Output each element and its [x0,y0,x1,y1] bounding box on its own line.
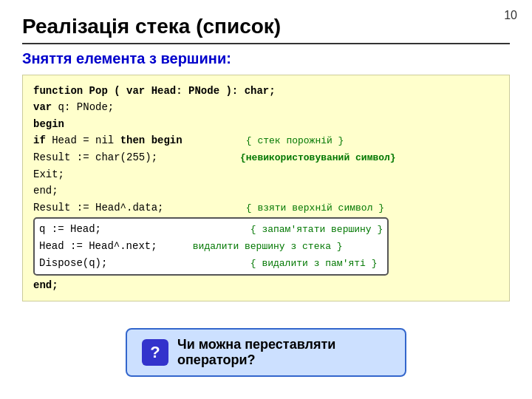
code-line-1: function Pop ( var Head: PNode ): char; [33,83,499,99]
code-line-8: Result := Head^.data; { взяти верхній си… [33,200,499,216]
code-line-3: begin [33,116,499,132]
subtitle: Зняття елемента з вершини: [22,50,510,67]
question-icon: ? [142,339,168,366]
code-line-7: end; [33,183,499,199]
slide-title: Реалізація стека (список) [22,15,510,44]
code-block: function Pop ( var Head: PNode ): char; … [22,75,510,301]
code-line-11: Dispose(q); { видалити з пам'яті } [39,255,383,272]
code-line-6: Exit; [33,166,499,183]
code-line-12: end; [33,277,499,293]
slide-number: 10 [504,9,517,22]
question-box: ? Чи можна переставляти оператори? [126,328,406,377]
question-text: Чи можна переставляти оператори? [177,337,390,368]
code-line-5: Result := char(255); {невикористовуваний… [33,149,499,166]
highlighted-code-block: q := Head; { запам'ятати вершину } Head … [33,217,389,275]
code-line-9: q := Head; { запам'ятати вершину } [39,221,383,238]
code-line-10: Head := Head^.next; видалити вершину з с… [39,238,383,255]
code-line-4: if Head = nil then begin { стек порожній… [33,132,499,149]
slide: 10 Реалізація стека (список) Зняття елем… [0,0,532,399]
code-line-2: var q: PNode; [33,99,499,115]
